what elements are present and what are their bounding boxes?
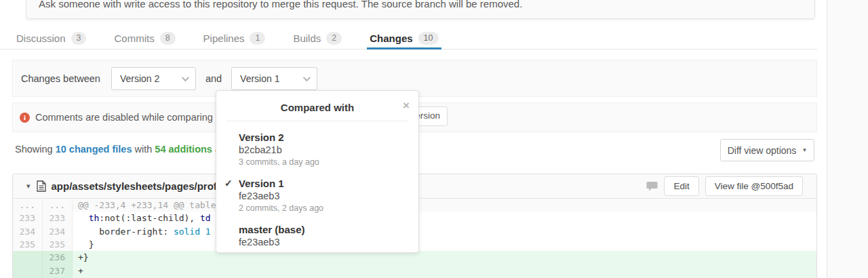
changed-files-link[interactable]: 10 changed files [56, 144, 132, 155]
new-line-number[interactable]: 237 [43, 264, 73, 277]
code-line: th:not(:last-child), td [73, 212, 816, 224]
version-meta: 2 commits, 2 days ago [239, 203, 408, 214]
old-line-number[interactable] [13, 264, 43, 277]
summary-middle: with [132, 144, 155, 155]
tab-label: Builds [293, 33, 321, 44]
comments-disabled-text: Comments are disabled while comparing tw [35, 112, 225, 123]
diff-summary: Showing 10 changed files with 54 additio… [15, 144, 231, 155]
merge-request-changes-page: Ask someone with write access to this re… [0, 0, 868, 278]
version-sha: b2cba21b [239, 144, 408, 157]
tab-label: Discussion [16, 33, 66, 44]
tab-changes[interactable]: Changes10 [368, 27, 439, 49]
version-name: Version 2 [239, 131, 408, 144]
close-icon[interactable]: × [403, 100, 410, 111]
old-line-number[interactable]: 234 [13, 225, 43, 238]
version-sha: fe23aeb3 [239, 190, 408, 203]
dropdown-title: Compared with [216, 91, 418, 113]
code-line: @@ -233,4 +233,14 @@ table [73, 199, 816, 212]
old-line-number[interactable]: 233 [13, 212, 43, 224]
version-to-value: Version 1 [240, 73, 279, 84]
tab-builds[interactable]: Builds2 [292, 27, 343, 49]
new-line-number[interactable]: 236 [43, 251, 73, 264]
tab-commits[interactable]: Commits8 [113, 27, 176, 49]
chevron-down-icon [182, 73, 189, 81]
version-sha: fe23aeb3 [239, 236, 408, 249]
tab-count-badge: 3 [71, 32, 87, 45]
merge-notice-text: Ask someone with write access to this re… [39, 0, 522, 9]
file-path[interactable]: app/assets/stylesheets/pages/profile [52, 180, 229, 192]
code-line: +} [73, 251, 816, 264]
tab-count-badge: 8 [160, 32, 176, 45]
file-icon [37, 180, 46, 192]
old-line-number[interactable] [13, 251, 43, 264]
code-token [78, 213, 89, 223]
merge-notice-panel: Ask someone with write access to this re… [26, 0, 815, 19]
tab-count-badge: 10 [418, 32, 439, 45]
tab-label: Pipelines [203, 33, 245, 44]
version-from-select[interactable]: Version 2 [111, 67, 196, 90]
diff-row: 237+ [13, 264, 816, 277]
compared-with-dropdown: Compared with × ✓Version 2b2cba21b3 comm… [216, 90, 419, 253]
diff-file-actions: Edit View file @500f5ad [646, 176, 803, 196]
version-name: master (base) [239, 223, 408, 236]
code-token: @@ -233,4 +233,14 @@ table [78, 200, 216, 210]
code-line: border-right: solid 1 [73, 225, 816, 238]
version-name: Version 1 [239, 177, 408, 190]
and-label: and [205, 73, 222, 84]
chevron-down-icon [303, 73, 311, 81]
code-token: } [78, 239, 94, 250]
new-line-number[interactable]: 235 [43, 238, 73, 251]
version-list: ✓Version 2b2cba21b3 commits, a day ago✓V… [216, 121, 418, 249]
code-line: } [73, 238, 816, 251]
tab-list: Discussion3Commits8Pipelines1Builds2Chan… [0, 27, 817, 49]
body-gutter [827, 0, 868, 278]
code-token: td [200, 213, 211, 223]
tab-pipelines[interactable]: Pipelines1 [202, 27, 267, 49]
tab-discussion[interactable]: Discussion3 [15, 27, 87, 49]
tab-count-badge: 1 [250, 32, 265, 45]
new-line-number[interactable]: 233 [43, 212, 73, 224]
code-line: + [73, 264, 816, 277]
tab-label: Commits [114, 33, 154, 44]
summary-prefix: Showing [15, 144, 56, 155]
caret-down-icon: ▼ [802, 147, 807, 153]
comment-icon[interactable] [646, 181, 658, 191]
version-option[interactable]: ✓master (base)fe23aeb3 [239, 223, 408, 249]
info-icon: i [20, 113, 30, 123]
changes-between-label: Changes between [21, 73, 100, 84]
version-from-value: Version 2 [120, 73, 159, 84]
new-line-number[interactable]: ... [43, 199, 73, 212]
new-line-number[interactable]: 234 [43, 225, 73, 238]
code-token: + [78, 266, 83, 276]
diff-view-options-label: Diff view options [728, 145, 797, 156]
view-file-button[interactable]: View file @500f5ad [705, 176, 803, 196]
code-token: :not(:last-child), [99, 213, 200, 223]
old-line-number[interactable]: 235 [13, 238, 43, 251]
code-token: border-right: [78, 226, 174, 237]
code-token: th [89, 213, 100, 223]
collapse-caret-icon[interactable]: ▾ [26, 182, 31, 191]
version-meta: 3 commits, a day ago [239, 157, 408, 168]
code-token: solid 1 [174, 226, 211, 237]
code-token: +} [78, 252, 89, 262]
additions-count: 54 additions [155, 144, 212, 155]
edit-button[interactable]: Edit [664, 176, 698, 196]
tab-count-badge: 2 [326, 32, 342, 45]
version-to-select[interactable]: Version 1 [231, 67, 317, 90]
check-icon: ✓ [224, 178, 233, 188]
old-line-number[interactable]: ... [13, 199, 43, 212]
version-option[interactable]: ✓Version 1fe23aeb32 commits, 2 days ago [239, 177, 408, 214]
diff-row: 236+} [13, 251, 816, 264]
tab-label: Changes [370, 33, 412, 44]
version-option[interactable]: ✓Version 2b2cba21b3 commits, a day ago [239, 131, 408, 168]
diff-view-options-button[interactable]: Diff view options ▼ [720, 139, 814, 161]
